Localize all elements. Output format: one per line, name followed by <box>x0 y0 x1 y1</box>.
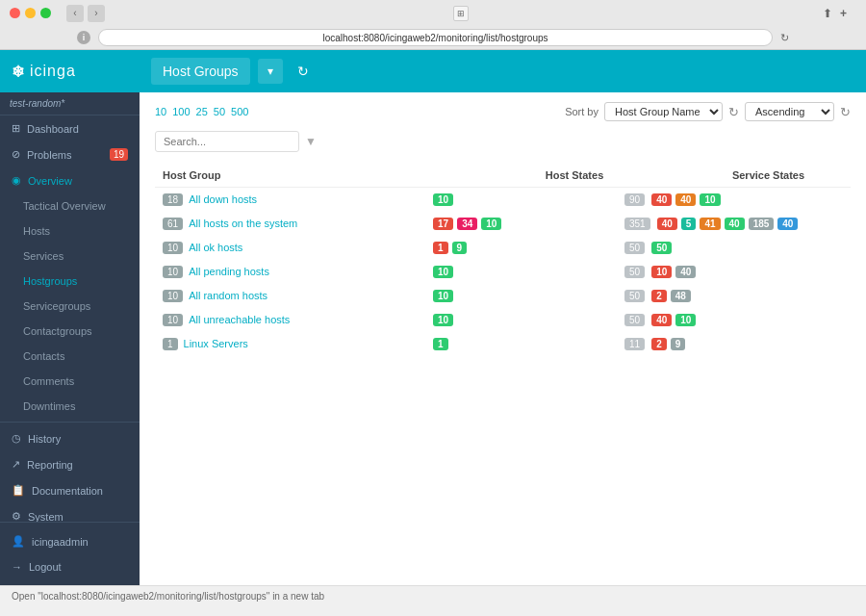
svc-state-badge: 10 <box>700 193 720 206</box>
host-group-name-link[interactable]: Linux Servers <box>184 338 248 349</box>
table-row[interactable]: 10All pending hosts10501040 <box>155 260 851 284</box>
col-host-states: Host States <box>424 164 617 188</box>
svc-state-badge: 50 <box>651 242 672 254</box>
status-bar-text: Open "localhost:8080/icingaweb2/monitori… <box>12 591 324 602</box>
minimize-button[interactable] <box>25 8 36 18</box>
sidebar-item-system[interactable]: ⚙ System <box>0 503 140 522</box>
service-states-cell: 5050 <box>617 236 851 260</box>
sidebar-item-problems[interactable]: ⊘ Problems 19 <box>0 141 140 167</box>
row-count-badge: 10 <box>163 266 183 278</box>
host-group-name-link[interactable]: All random hosts <box>189 290 267 301</box>
search-input[interactable] <box>155 131 299 152</box>
host-group-name-link[interactable]: All hosts on the system <box>189 218 297 229</box>
address-bar[interactable]: localhost:8080/icingaweb2/monitoring/lis… <box>98 29 773 46</box>
sidebar-item-history[interactable]: ◷ History <box>0 425 140 451</box>
svc-state-badge: 5 <box>681 218 697 230</box>
page-title: Host Groups <box>151 58 250 85</box>
sidebar-item-servicegroups[interactable]: Servicegroups <box>0 294 140 319</box>
table-row[interactable]: 61All hosts on the system173410351405414… <box>155 212 851 236</box>
sidebar-item-contacts[interactable]: Contacts <box>0 344 140 369</box>
svc-state-badge: 40 <box>675 266 696 278</box>
page-link-10[interactable]: 10 <box>155 106 166 117</box>
svc-state-badge: 40 <box>651 314 672 326</box>
table-row[interactable]: 18All down hosts1090404010 <box>155 188 851 213</box>
host-group-name-link[interactable]: All pending hosts <box>189 266 269 277</box>
reporting-label: Reporting <box>27 459 73 471</box>
host-state-badge: 1 <box>433 338 448 350</box>
host-group-cell: 10All ok hosts <box>155 236 424 260</box>
host-group-name-link[interactable]: All ok hosts <box>189 242 242 253</box>
host-states-cell: 10 <box>424 188 617 213</box>
table-row[interactable]: 10All unreachable hosts10504010 <box>155 308 851 332</box>
host-group-name-link[interactable]: All unreachable hosts <box>189 314 290 325</box>
svc-state-badge: 40 <box>777 218 798 230</box>
table-row[interactable]: 10All ok hosts195050 <box>155 236 851 260</box>
sidebar-item-tactical[interactable]: Tactical Overview <box>0 193 140 218</box>
pagination-sort-row: 10 100 25 50 500 Sort by Host Group Name… <box>155 102 851 121</box>
logo-text: icinga <box>30 63 76 80</box>
sidebar-item-reporting[interactable]: ↗ Reporting <box>0 451 140 477</box>
sidebar-item-overview[interactable]: ◉ Overview <box>0 167 140 193</box>
sidebar-logout-button[interactable]: → Logout <box>0 554 140 579</box>
page-link-50[interactable]: 50 <box>214 106 225 117</box>
sidebar-item-label: Dashboard <box>27 123 79 135</box>
host-groups-table: Host Group Host States Service States 18… <box>155 164 851 356</box>
host-states-cell: 10 <box>424 260 617 284</box>
sidebar-item-hostgroups[interactable]: Hostgroups <box>0 269 140 294</box>
page-refresh-button[interactable]: ↻ <box>780 32 789 44</box>
service-states-cell: 1129 <box>617 332 851 356</box>
maximize-button[interactable] <box>40 8 51 18</box>
filter-icon[interactable]: ▼ <box>305 135 317 148</box>
page-link-100[interactable]: 100 <box>172 106 190 117</box>
sort-dir-refresh-icon[interactable]: ↻ <box>840 105 851 119</box>
tab-icon: ⊞ <box>453 6 469 21</box>
sidebar-username: test-random* <box>10 98 130 109</box>
title-dropdown-button[interactable]: ▾ <box>258 59 283 84</box>
table-row[interactable]: 10All random hosts1050248 <box>155 284 851 308</box>
page-link-500[interactable]: 500 <box>231 106 248 117</box>
sort-field-refresh-icon[interactable]: ↻ <box>728 105 739 119</box>
service-states-cell: 351405414018540 <box>617 212 851 236</box>
service-states-cell: 504010 <box>617 308 851 332</box>
close-button[interactable] <box>10 8 20 18</box>
page-link-25[interactable]: 25 <box>196 106 208 117</box>
problems-badge: 19 <box>110 148 128 161</box>
logout-label: Logout <box>29 561 62 573</box>
sidebar-item-hosts[interactable]: Hosts <box>0 218 140 244</box>
sidebar-item-downtimes[interactable]: Downtimes <box>0 394 140 419</box>
history-icon: ◷ <box>12 432 21 445</box>
problems-icon: ⊘ <box>12 148 20 161</box>
host-group-name-link[interactable]: All down hosts <box>189 193 257 205</box>
topbar-refresh-button[interactable]: ↻ <box>291 59 316 84</box>
sidebar-item-comments[interactable]: Comments <box>0 369 140 394</box>
svc-state-badge: 48 <box>671 290 691 302</box>
status-bar: Open "localhost:8080/icingaweb2/monitori… <box>0 585 866 606</box>
url-text: localhost:8080/icingaweb2/monitoring/lis… <box>322 33 548 43</box>
sort-direction-select[interactable]: Ascending Descending <box>745 102 834 121</box>
documentation-label: Documentation <box>32 485 103 497</box>
forward-button[interactable]: › <box>88 5 105 22</box>
share-button[interactable]: ⬆ <box>823 7 832 20</box>
user-section: test-random* <box>0 92 140 116</box>
new-tab-button[interactable]: + <box>840 7 847 20</box>
host-states-cell: 1 <box>424 332 617 356</box>
search-row: ▼ <box>155 131 851 152</box>
sidebar-item-documentation[interactable]: 📋 Documentation <box>0 477 140 503</box>
col-host-group: Host Group <box>155 164 424 188</box>
sidebar-item-contactgroups[interactable]: Contactgroups <box>0 319 140 344</box>
sidebar-item-dashboard[interactable]: ⊞ Dashboard <box>0 116 140 141</box>
row-count-badge: 10 <box>163 242 183 254</box>
svc-total-badge: 50 <box>624 242 645 254</box>
sidebar-user-button[interactable]: 👤 icingaadmin <box>0 528 140 554</box>
hosts-label: Hosts <box>23 225 50 237</box>
sidebar-item-services[interactable]: Services <box>0 244 140 269</box>
host-state-badge: 1 <box>433 242 448 254</box>
sort-field-select[interactable]: Host Group Name <box>604 102 723 121</box>
back-button[interactable]: ‹ <box>66 5 84 22</box>
svc-total-badge: 90 <box>624 193 645 206</box>
sort-label: Sort by <box>565 106 599 117</box>
tactical-label: Tactical Overview <box>23 200 106 212</box>
svc-total-badge: 11 <box>624 338 645 350</box>
table-row[interactable]: 1Linux Servers11129 <box>155 332 851 356</box>
comments-label: Comments <box>23 375 74 387</box>
